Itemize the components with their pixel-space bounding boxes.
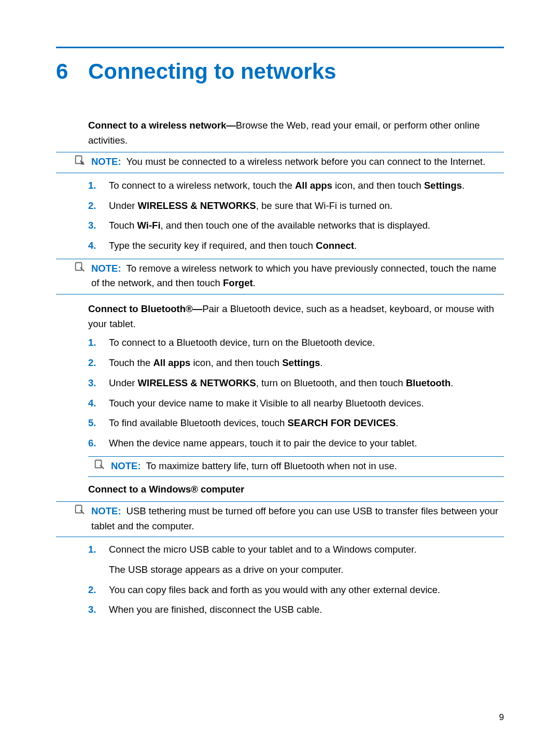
list-item: 1. To connect to a Bluetooth device, tur… xyxy=(88,335,504,350)
note-icon xyxy=(74,261,85,273)
step-text: To find available Bluetooth devices, tou… xyxy=(109,417,288,428)
intro-paragraph-wifi: Connect to a wireless network—Browse the… xyxy=(88,118,504,148)
list-item: 3. When you are finished, disconnect the… xyxy=(88,602,504,617)
list-item: 4. Type the security key if required, an… xyxy=(88,238,504,254)
page-number: 9 xyxy=(499,711,504,724)
note-icon xyxy=(74,504,85,515)
step-number: 2. xyxy=(88,583,100,598)
step-bold: Wi-Fi xyxy=(137,220,161,231)
list-item: 3. Under WIRELESS & NETWORKS, turn on Bl… xyxy=(88,376,504,391)
wifi-steps-list: 1. To connect to a wireless network, tou… xyxy=(88,178,504,254)
step-text: . xyxy=(354,240,357,251)
step-number: 2. xyxy=(88,199,100,214)
step-text: Type the security key if required, and t… xyxy=(109,240,316,251)
list-item: 1. Connect the micro USB cable to your t… xyxy=(88,542,504,577)
step-text: icon, and then touch xyxy=(190,357,282,368)
step-number: 2. xyxy=(88,356,100,371)
intro-paragraph-bluetooth: Connect to Bluetooth®—Pair a Bluetooth d… xyxy=(88,302,504,331)
note-label: NOTE: xyxy=(91,156,121,167)
step-sub-paragraph: The USB storage appears as a drive on yo… xyxy=(109,563,504,578)
step-bold: Settings xyxy=(424,180,462,191)
step-text: . xyxy=(396,417,398,428)
list-item: 5. To find available Bluetooth devices, … xyxy=(88,416,504,431)
note-label: NOTE: xyxy=(111,460,141,471)
step-text: Touch xyxy=(109,220,137,231)
step-number: 4. xyxy=(88,238,100,254)
intro-bt-bold: Connect to Bluetooth®— xyxy=(88,303,202,314)
step-text: When the device name appears, touch it t… xyxy=(109,436,504,451)
list-item: 2. You can copy files back and forth as … xyxy=(88,583,504,598)
step-text: To connect to a wireless network, touch … xyxy=(109,180,295,191)
chapter-heading: 6 Connecting to networks xyxy=(56,54,504,88)
note-label: NOTE: xyxy=(91,505,121,516)
chapter-title: Connecting to networks xyxy=(88,54,336,88)
svg-rect-3 xyxy=(76,505,82,513)
step-number: 1. xyxy=(88,542,100,577)
step-number: 6. xyxy=(88,436,100,451)
step-text: . xyxy=(451,377,453,388)
note-bold: Forget xyxy=(223,277,253,288)
step-text: . xyxy=(462,180,465,191)
top-rule xyxy=(56,47,504,48)
step-bold: WIRELESS & NETWORKS xyxy=(138,377,256,388)
step-bold: Settings xyxy=(282,357,320,368)
note-icon xyxy=(74,154,85,166)
step-bold: WIRELESS & NETWORKS xyxy=(138,200,256,211)
svg-rect-1 xyxy=(76,263,82,271)
step-number: 5. xyxy=(88,416,100,431)
svg-rect-0 xyxy=(76,156,82,164)
list-item: 4. Touch your device name to make it Vis… xyxy=(88,396,504,411)
step-text: Touch your device name to make it Visibl… xyxy=(109,396,504,411)
step-text: To connect to a Bluetooth device, turn o… xyxy=(109,335,504,350)
list-item: 2. Touch the All apps icon, and then tou… xyxy=(88,356,504,371)
note-text: To remove a wireless network to which yo… xyxy=(91,263,496,289)
bluetooth-steps-list: 1. To connect to a Bluetooth device, tur… xyxy=(88,335,504,451)
step-number: 3. xyxy=(88,376,100,391)
step-bold: SEARCH FOR DEVICES xyxy=(288,417,396,428)
note-block-1: NOTE:You must be connected to a wireless… xyxy=(56,152,504,173)
note-text: You must be connected to a wireless netw… xyxy=(127,156,485,167)
subhead-windows: Connect to a Windows® computer xyxy=(88,482,504,497)
step-text: Under xyxy=(109,200,138,211)
note-text: USB tethering must be turned off before … xyxy=(91,505,498,531)
note-text: . xyxy=(253,277,256,288)
step-text: When you are finished, disconnect the US… xyxy=(109,602,504,617)
step-text: You can copy files back and forth as you… xyxy=(109,583,504,598)
note-block-2: NOTE:To remove a wireless network to whi… xyxy=(56,259,504,294)
step-text: . xyxy=(320,357,323,368)
note-block-4: NOTE:USB tethering must be turned off be… xyxy=(56,501,504,537)
step-bold: All apps xyxy=(295,180,332,191)
list-item: 2. Under WIRELESS & NETWORKS, be sure th… xyxy=(88,199,504,214)
step-text: icon, and then touch xyxy=(332,180,424,191)
step-text: , turn on Bluetooth, and then touch xyxy=(256,377,406,388)
windows-steps-list: 1. Connect the micro USB cable to your t… xyxy=(88,542,504,617)
svg-rect-2 xyxy=(95,460,102,468)
step-number: 4. xyxy=(88,396,100,411)
step-text: , and then touch one of the available ne… xyxy=(161,220,430,231)
step-number: 1. xyxy=(88,335,100,350)
chapter-number: 6 xyxy=(56,54,88,88)
step-bold: Connect xyxy=(316,240,354,251)
note-text: To maximize battery life, turn off Bluet… xyxy=(146,460,397,471)
step-bold: Bluetooth xyxy=(406,377,451,388)
step-number: 3. xyxy=(88,218,100,233)
list-item: 6. When the device name appears, touch i… xyxy=(88,436,504,451)
intro-wifi-bold: Connect to a wireless network— xyxy=(88,120,236,131)
step-bold: All apps xyxy=(153,357,190,368)
step-text: Touch the xyxy=(109,357,153,368)
list-item: 3. Touch Wi-Fi, and then touch one of th… xyxy=(88,218,504,233)
note-block-3: NOTE:To maximize battery life, turn off … xyxy=(88,456,504,477)
note-icon xyxy=(93,459,105,470)
step-number: 3. xyxy=(88,602,100,617)
step-text: , be sure that Wi-Fi is turned on. xyxy=(256,200,393,211)
list-item: 1. To connect to a wireless network, tou… xyxy=(88,178,504,193)
note-label: NOTE: xyxy=(91,263,121,274)
step-number: 1. xyxy=(88,178,100,193)
step-text: Connect the micro USB cable to your tabl… xyxy=(109,544,416,555)
step-text: Under xyxy=(109,377,138,388)
